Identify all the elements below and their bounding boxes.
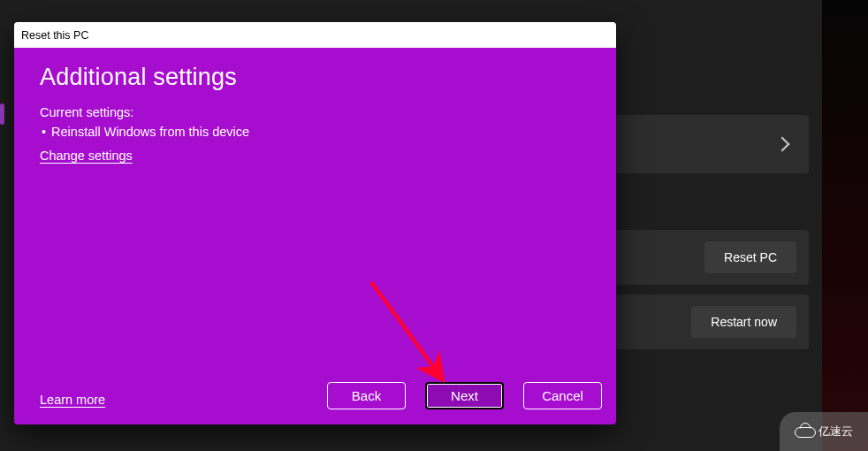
- cancel-button[interactable]: Cancel: [523, 382, 602, 409]
- dialog-titlebar: Reset this PC: [14, 22, 616, 48]
- current-settings-list: •Reinstall Windows from this device: [40, 125, 590, 139]
- back-button[interactable]: Back: [327, 382, 406, 409]
- reset-pc-dialog: Reset this PC Additional settings Curren…: [14, 22, 616, 424]
- nav-selection-accent: [0, 103, 4, 125]
- chevron-right-icon: [775, 137, 790, 152]
- cloud-icon: [795, 425, 814, 438]
- setting-item-0: Reinstall Windows from this device: [51, 125, 249, 139]
- learn-more-link[interactable]: Learn more: [40, 393, 105, 407]
- dialog-body: Additional settings Current settings: •R…: [14, 48, 616, 424]
- current-settings-label: Current settings:: [40, 105, 590, 119]
- restart-now-button[interactable]: Restart now: [691, 306, 796, 338]
- dialog-heading: Additional settings: [40, 64, 590, 91]
- change-settings-link[interactable]: Change settings: [40, 149, 133, 163]
- reset-pc-button[interactable]: Reset PC: [704, 241, 796, 273]
- next-button[interactable]: Next: [425, 382, 504, 409]
- watermark-text: 亿速云: [819, 424, 853, 440]
- desktop-strip: [822, 0, 868, 451]
- dialog-title-text: Reset this PC: [21, 29, 88, 42]
- dialog-button-row: Back Next Cancel: [327, 382, 602, 409]
- watermark-badge: 亿速云: [780, 412, 868, 451]
- bullet-icon: •: [42, 125, 46, 139]
